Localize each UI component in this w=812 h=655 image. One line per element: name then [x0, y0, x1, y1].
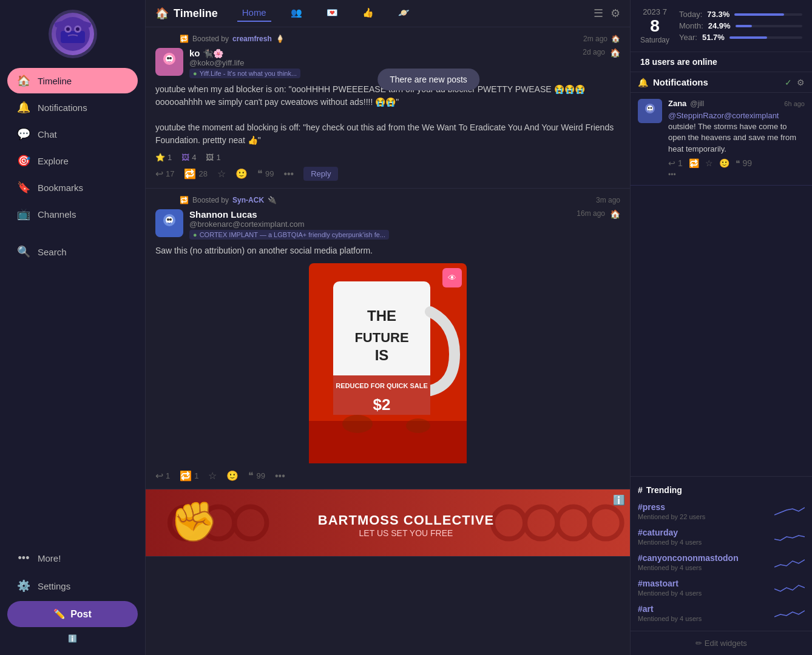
- edit-widgets-button[interactable]: ✏ Edit widgets: [631, 631, 812, 655]
- notif-boost-action[interactable]: 🔁: [689, 158, 699, 168]
- home-icon: 🏠: [611, 35, 620, 43]
- tab-friends[interactable]: 👥: [286, 5, 307, 22]
- quote-action[interactable]: ❝ 99: [257, 168, 274, 180]
- sidebar-item-explore[interactable]: 🎯 Explore: [7, 148, 138, 173]
- day-name: Saturday: [640, 36, 669, 44]
- list-icon[interactable]: ☰: [594, 7, 603, 20]
- emoji-action[interactable]: 🙂: [235, 168, 248, 180]
- boost-stat: 🖼 4: [181, 153, 196, 162]
- sidebar-item-label: Chat: [38, 129, 57, 139]
- post-author-avatar[interactable]: [155, 209, 183, 237]
- post-home-icon[interactable]: 🏠: [610, 209, 620, 219]
- sidebar-item-chat[interactable]: 💬 Chat: [7, 121, 138, 147]
- post-author-name[interactable]: ko: [189, 48, 200, 58]
- svg-point-15: [166, 217, 173, 224]
- star-action[interactable]: ☆: [217, 168, 226, 180]
- tab-likes[interactable]: 👍: [357, 5, 379, 22]
- sidebar-item-more[interactable]: ••• More!: [7, 546, 138, 571]
- settings-icon: ⚙️: [17, 579, 30, 593]
- svg-point-12: [169, 57, 172, 59]
- post-instance: ● CORTEX IMPLANT — a LGBTQIA+ friendly c…: [189, 230, 389, 240]
- boost-action[interactable]: 🔁 28: [184, 168, 207, 180]
- post-author-avatar[interactable]: [155, 48, 183, 76]
- sidebar-item-settings[interactable]: ⚙️ Settings: [7, 573, 138, 599]
- banner-title: BARTMOSS COLLECTIVE: [318, 512, 494, 528]
- svg-point-42: [648, 107, 650, 109]
- sidebar-item-label: Channels: [38, 209, 76, 220]
- feed: 🔁 Boosted by creamfresh 🍦 2m ago 🏠: [146, 27, 630, 655]
- boost-user[interactable]: creamfresh: [232, 35, 272, 43]
- boost-icon: 🔁: [180, 196, 189, 204]
- explore-tab-icon: 🪐: [398, 7, 410, 18]
- banner-content[interactable]: ✊ BARTMOSS COLLECTIVE LET US SET YOU FRE…: [146, 489, 630, 556]
- post-home-icon[interactable]: 🏠: [610, 48, 620, 58]
- svg-point-11: [167, 57, 169, 59]
- trending-count: Mentioned by 4 users: [638, 590, 774, 597]
- main-nav: 🏠 Timeline 🔔 Notifications 💬 Chat 🎯 Expl…: [0, 63, 145, 269]
- banner-info-icon[interactable]: ℹ️: [613, 494, 625, 506]
- month-stat: Month: 24.9%: [679, 21, 802, 30]
- post-label: Post: [70, 609, 92, 620]
- year-stat: Year: 51.7%: [679, 33, 802, 42]
- tab-dm[interactable]: 💌: [322, 5, 343, 22]
- trending-item[interactable]: #caturday Mentioned by 4 users: [631, 524, 812, 549]
- header-actions: ☰ ⚙: [594, 7, 620, 20]
- new-posts-toast[interactable]: There are new posts: [377, 69, 479, 90]
- svg-text:$2: $2: [373, 395, 391, 414]
- tab-explore[interactable]: 🪐: [393, 5, 414, 22]
- sidebar-item-bookmarks[interactable]: 🔖 Bookmarks: [7, 175, 138, 200]
- notif-quote-action[interactable]: ❝ 99: [736, 158, 752, 168]
- sidebar-item-timeline[interactable]: 🏠 Timeline: [7, 68, 138, 93]
- sidebar-item-channels[interactable]: 📺 Channels: [7, 201, 138, 227]
- home-icon: 🏠: [155, 7, 169, 20]
- reply-button[interactable]: Reply: [303, 167, 338, 181]
- notif-top: Zana @jill 6h ago: [668, 99, 805, 108]
- trending-item[interactable]: #art Mentioned by 4 users: [631, 600, 812, 626]
- notification-item: Zana @jill 6h ago @SteppinRazor@cortexim…: [631, 93, 812, 186]
- more-action[interactable]: •••: [275, 471, 285, 482]
- notif-user[interactable]: Zana: [668, 99, 686, 108]
- mark-read-button[interactable]: ✓: [785, 78, 792, 87]
- trending-item[interactable]: #press Mentioned by 22 users: [631, 499, 812, 524]
- notif-reply-action[interactable]: ↩ 1: [668, 158, 683, 168]
- svg-text:IS: IS: [375, 347, 389, 363]
- trending-item[interactable]: #canyoncononmastodon Mentioned by 4 user…: [631, 549, 812, 575]
- boost-action[interactable]: 🔁 1: [180, 470, 198, 482]
- boost-user[interactable]: Syn-ACK: [232, 196, 264, 204]
- mention-link[interactable]: @SteppinRazor@corteximplant: [668, 111, 779, 120]
- gear-icon[interactable]: ⚙: [611, 7, 620, 20]
- svg-point-17: [169, 218, 172, 221]
- avatar-container: [0, 0, 145, 63]
- banner-subtitle: LET US SET YOU FREE: [318, 528, 494, 538]
- emoji-action[interactable]: 🙂: [226, 470, 239, 482]
- tab-home[interactable]: Home: [237, 5, 271, 22]
- quote-action[interactable]: ❝ 99: [248, 470, 265, 482]
- post-handle[interactable]: @brokenarc@corteximplant.com: [189, 220, 570, 229]
- star-action[interactable]: ☆: [208, 470, 217, 482]
- user-avatar[interactable]: [49, 10, 97, 58]
- notif-avatar[interactable]: [638, 99, 662, 123]
- more-action[interactable]: •••: [283, 169, 294, 180]
- post-body: Saw this (no attribution) on another soc…: [155, 244, 620, 257]
- image-toggle-button[interactable]: 👁: [442, 268, 462, 287]
- notifications-header: 🔔 Notifications ✓ ⚙: [631, 72, 812, 93]
- trending-count: Mentioned by 22 users: [638, 513, 774, 520]
- notif-emoji-action[interactable]: 🙂: [719, 158, 729, 168]
- post-button[interactable]: ✏️ Post: [7, 601, 138, 627]
- notif-more[interactable]: •••: [668, 170, 805, 179]
- reply-action[interactable]: ↩ 17: [155, 168, 174, 180]
- trend-chart: [774, 580, 805, 595]
- trending-item[interactable]: #mastoart Mentioned by 4 users: [631, 575, 812, 600]
- post-actions: ↩ 17 🔁 28 ☆ 🙂 ❝ 99 ••• Reply: [155, 167, 620, 181]
- notif-star-action[interactable]: ☆: [705, 158, 713, 168]
- sidebar-item-notifications[interactable]: 🔔 Notifications: [7, 95, 138, 120]
- post-handle[interactable]: @koko@yiff.life: [189, 58, 577, 67]
- sidebar-item-search[interactable]: 🔍 Search: [7, 239, 138, 264]
- post-card: 🔁 Boosted by creamfresh 🍦 2m ago 🏠: [146, 27, 630, 189]
- page-title: 🏠 Timeline: [155, 7, 218, 20]
- pencil-icon: ✏️: [53, 608, 66, 620]
- reply-action[interactable]: ↩ 1: [155, 470, 170, 482]
- month-bar: [736, 25, 752, 27]
- post-author-name[interactable]: Shannon Lucas: [189, 209, 257, 220]
- notifications-settings-button[interactable]: ⚙: [797, 78, 805, 87]
